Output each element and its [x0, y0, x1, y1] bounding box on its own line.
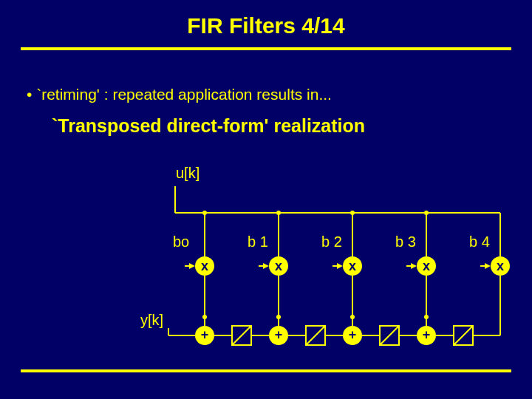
svg-point-32 — [276, 315, 281, 319]
add-op-3: + — [417, 327, 436, 343]
svg-marker-16 — [337, 263, 343, 269]
svg-point-9 — [350, 211, 355, 215]
svg-marker-14 — [263, 263, 269, 269]
svg-marker-20 — [485, 263, 491, 269]
svg-line-41 — [454, 326, 473, 345]
svg-point-31 — [202, 315, 207, 319]
svg-line-53 — [232, 326, 251, 345]
svg-point-7 — [202, 211, 207, 215]
add-op-0: + — [195, 327, 214, 343]
mul-op-3: x — [417, 259, 436, 274]
svg-point-34 — [424, 315, 429, 319]
svg-marker-18 — [411, 263, 417, 269]
mul-op-2: x — [343, 259, 362, 274]
svg-point-10 — [424, 211, 429, 215]
svg-point-8 — [276, 211, 281, 215]
add-op-1: + — [269, 327, 288, 343]
add-op-2: + — [343, 327, 362, 343]
svg-marker-12 — [189, 263, 195, 269]
mul-op-1: x — [269, 259, 288, 274]
svg-line-45 — [380, 326, 399, 345]
mul-op-0: x — [195, 259, 214, 274]
mul-op-4: x — [491, 259, 510, 274]
svg-line-49 — [306, 326, 325, 345]
fir-diagram — [0, 0, 532, 399]
svg-point-33 — [350, 315, 355, 319]
